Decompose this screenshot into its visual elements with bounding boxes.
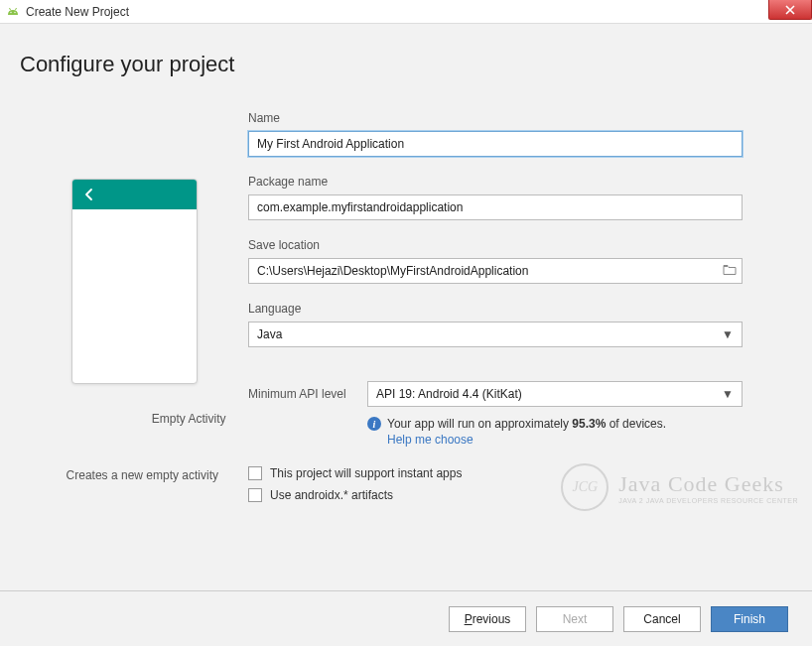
info-icon: i bbox=[367, 417, 381, 431]
language-label: Language bbox=[248, 302, 743, 316]
previous-button[interactable]: Previous bbox=[449, 606, 526, 632]
preview-column: Empty Activity bbox=[20, 111, 248, 426]
svg-line-2 bbox=[10, 8, 11, 10]
template-name: Empty Activity bbox=[43, 412, 226, 426]
template-description: Creates a new empty activity bbox=[20, 466, 248, 510]
name-input[interactable] bbox=[248, 131, 743, 157]
instant-apps-checkbox[interactable] bbox=[248, 466, 262, 480]
chevron-down-icon: ▼ bbox=[722, 387, 734, 401]
form-column: Name Package name Save location Language bbox=[248, 111, 792, 447]
package-label: Package name bbox=[248, 175, 743, 189]
content-area: Configure your project Empty Activity Na… bbox=[0, 24, 812, 582]
window-close-button[interactable] bbox=[768, 0, 812, 20]
page-title: Configure your project bbox=[20, 52, 792, 77]
api-value: API 19: Android 4.4 (KitKat) bbox=[376, 387, 522, 401]
titlebar: Create New Project bbox=[0, 0, 812, 24]
browse-folder-icon[interactable] bbox=[723, 264, 737, 279]
dialog-footer: Previous Next Cancel Finish bbox=[0, 590, 812, 646]
api-info-text: i Your app will run on approximately 95.… bbox=[367, 417, 743, 431]
api-label: Minimum API level bbox=[248, 387, 367, 401]
instant-apps-label: This project will support instant apps bbox=[270, 466, 462, 480]
chevron-down-icon: ▼ bbox=[722, 327, 734, 341]
cancel-button[interactable]: Cancel bbox=[623, 606, 701, 632]
preview-appbar bbox=[72, 180, 197, 209]
next-button[interactable]: Next bbox=[536, 606, 613, 632]
name-label: Name bbox=[248, 111, 743, 125]
close-icon bbox=[784, 5, 796, 15]
language-value: Java bbox=[257, 327, 282, 341]
api-select[interactable]: API 19: Android 4.4 (KitKat) ▼ bbox=[367, 381, 743, 407]
svg-line-3 bbox=[16, 8, 17, 10]
svg-point-0 bbox=[10, 11, 11, 12]
svg-point-1 bbox=[14, 11, 15, 12]
save-location-input[interactable] bbox=[248, 258, 743, 284]
finish-button[interactable]: Finish bbox=[711, 606, 788, 632]
save-location-label: Save location bbox=[248, 238, 743, 252]
android-icon bbox=[6, 7, 20, 17]
template-preview bbox=[71, 179, 198, 384]
androidx-label: Use androidx.* artifacts bbox=[270, 488, 393, 502]
help-me-choose-link[interactable]: Help me choose bbox=[387, 433, 743, 447]
window-title: Create New Project bbox=[26, 5, 129, 19]
package-input[interactable] bbox=[248, 194, 743, 220]
androidx-checkbox[interactable] bbox=[248, 488, 262, 502]
language-select[interactable]: Java ▼ bbox=[248, 322, 743, 347]
arrow-left-icon bbox=[82, 188, 96, 201]
